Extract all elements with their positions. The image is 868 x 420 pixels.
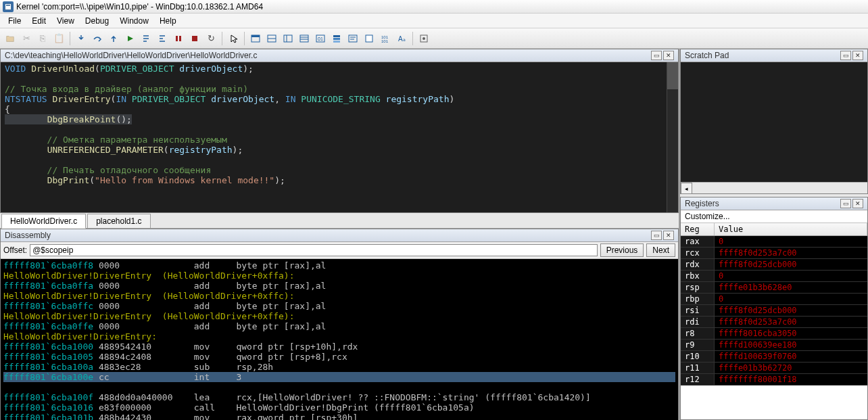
svg-rect-3: [179, 36, 181, 41]
svg-rect-13: [333, 38, 340, 40]
register-row[interactable]: r12ffffffff80001f18: [681, 374, 867, 386]
asm-mode-icon[interactable]: Aₐ: [394, 31, 409, 46]
locals-window-icon[interactable]: [281, 31, 295, 46]
open-icon[interactable]: [3, 31, 18, 46]
copy-icon[interactable]: ⎘: [35, 31, 50, 46]
register-row[interactable]: rspffffe01b3b628e0: [681, 282, 867, 294]
svg-text:01: 01: [318, 37, 323, 41]
step-over-icon[interactable]: [90, 31, 105, 46]
close-icon[interactable]: ✕: [663, 231, 674, 240]
stop-icon[interactable]: [187, 31, 202, 46]
menu-window[interactable]: Window: [114, 15, 154, 27]
svg-rect-15: [349, 35, 357, 42]
break-icon[interactable]: [171, 31, 186, 46]
trace-into-icon[interactable]: [139, 31, 153, 46]
command-window-icon[interactable]: [248, 31, 263, 46]
svg-rect-8: [284, 35, 292, 42]
previous-button[interactable]: Previous: [600, 243, 644, 257]
reg-col-header[interactable]: Reg: [681, 223, 715, 235]
cut-icon[interactable]: ✂: [19, 31, 34, 46]
registers-window-icon[interactable]: [297, 31, 312, 46]
source-path: C:\dev\teaching\HelloWorldDriver\HelloWo…: [5, 51, 257, 60]
registers-pane: Registers ▭ ✕ Customize... Reg Value rax…: [680, 197, 868, 420]
toolbar: ✂ ⎘ 📋 ↻ 01 101101 Aₐ: [0, 28, 868, 49]
svg-text:Aₐ: Aₐ: [398, 35, 406, 43]
scrollbar-vertical[interactable]: [667, 62, 678, 212]
menu-view[interactable]: View: [51, 15, 80, 27]
source-mode-icon[interactable]: 101101: [378, 31, 393, 46]
run-icon[interactable]: [122, 31, 137, 46]
svg-rect-4: [192, 36, 197, 41]
menu-help[interactable]: Help: [154, 15, 182, 27]
menu-debug[interactable]: Debug: [80, 15, 114, 27]
svg-rect-16: [366, 35, 372, 42]
disassembly-pane: Disassembly ▭ ✕ Offset: Previous Next ff…: [0, 229, 679, 420]
registers-header: Reg Value: [681, 223, 867, 236]
paste-icon[interactable]: 📋: [51, 31, 66, 46]
next-button[interactable]: Next: [646, 243, 675, 257]
svg-point-21: [423, 37, 425, 40]
scratchpad-pane: Scratch Pad ▭ ✕ ◂: [680, 49, 868, 194]
disassembly-listing[interactable]: fffff801`6cba0ff8 0000 add byte ptr [rax…: [1, 259, 678, 420]
svg-rect-12: [333, 35, 340, 37]
options-icon[interactable]: [416, 31, 431, 46]
watch-window-icon[interactable]: [264, 31, 279, 46]
offset-label: Offset:: [3, 246, 27, 255]
disasm-window-icon[interactable]: [345, 31, 360, 46]
register-row[interactable]: r11ffffe01b3b62720: [681, 363, 867, 374]
scratchpad-title: Scratch Pad: [685, 51, 729, 60]
tab-helloworlddriver-c[interactable]: HelloWorldDriver.c: [1, 214, 86, 229]
register-row[interactable]: rdxffff8f0d25dcb000: [681, 259, 867, 271]
svg-rect-9: [300, 35, 308, 42]
scratchpad-body[interactable]: ◂: [681, 62, 867, 193]
window-title: Kernel 'com:port=\\.\pipe\Win10,pipe' - …: [16, 2, 263, 11]
scratch-window-icon[interactable]: [362, 31, 377, 46]
register-row[interactable]: rsiffff8f0d25dcb000: [681, 305, 867, 317]
offset-input[interactable]: [30, 244, 597, 256]
step-out-icon[interactable]: [106, 31, 121, 46]
register-row[interactable]: r10ffffd100639f0760: [681, 351, 867, 363]
menubar: FileEditViewDebugWindowHelp: [0, 14, 868, 28]
close-icon[interactable]: ✕: [852, 51, 863, 60]
dock-icon[interactable]: ▭: [840, 199, 851, 208]
svg-rect-0: [5, 3, 11, 9]
register-row[interactable]: r8fffff8016cba3050: [681, 328, 867, 340]
dock-icon[interactable]: ▭: [840, 51, 851, 60]
scroll-left-icon[interactable]: ◂: [681, 183, 692, 194]
register-row[interactable]: rdiffff8f0d253a7c00: [681, 317, 867, 328]
source-pane: C:\dev\teaching\HelloWorldDriver\HelloWo…: [0, 49, 679, 213]
register-row[interactable]: rax0: [681, 236, 867, 248]
tab-placehold1-c[interactable]: placehold1.c: [87, 214, 150, 228]
dock-icon[interactable]: ▭: [651, 51, 662, 60]
source-code[interactable]: VOID DriverUnload(PDRIVER_OBJECT driverO…: [1, 62, 678, 212]
source-tabs: HelloWorldDriver.cplacehold1.c: [0, 213, 679, 229]
scrollbar-horizontal[interactable]: ◂: [681, 182, 867, 193]
callstack-window-icon[interactable]: [329, 31, 344, 46]
svg-rect-2: [176, 36, 178, 41]
step-into-icon[interactable]: [74, 31, 89, 46]
restart-icon[interactable]: ↻: [203, 31, 218, 46]
menu-file[interactable]: File: [3, 15, 26, 27]
menu-edit[interactable]: Edit: [26, 15, 51, 27]
register-row[interactable]: rbx0: [681, 271, 867, 282]
register-row[interactable]: r9ffffd100639ee180: [681, 340, 867, 351]
svg-rect-1: [6, 5, 10, 6]
register-row[interactable]: rbp0: [681, 294, 867, 305]
trace-over-icon[interactable]: [155, 31, 170, 46]
close-icon[interactable]: ✕: [663, 51, 674, 60]
disassembly-title: Disassembly: [5, 231, 51, 240]
app-icon: [3, 1, 14, 12]
titlebar: Kernel 'com:port=\\.\pipe\Win10,pipe' - …: [0, 0, 868, 14]
register-row[interactable]: rcxffff8f0d253a7c00: [681, 248, 867, 259]
svg-rect-6: [251, 35, 260, 37]
memory-window-icon[interactable]: 01: [313, 31, 328, 46]
cursor-icon[interactable]: [226, 31, 241, 46]
dock-icon[interactable]: ▭: [651, 231, 662, 240]
customize-link[interactable]: Customize...: [681, 210, 867, 223]
svg-rect-14: [333, 41, 340, 43]
svg-text:101: 101: [381, 39, 389, 43]
registers-title: Registers: [685, 199, 719, 208]
close-icon[interactable]: ✕: [852, 199, 863, 208]
value-col-header[interactable]: Value: [715, 223, 867, 235]
